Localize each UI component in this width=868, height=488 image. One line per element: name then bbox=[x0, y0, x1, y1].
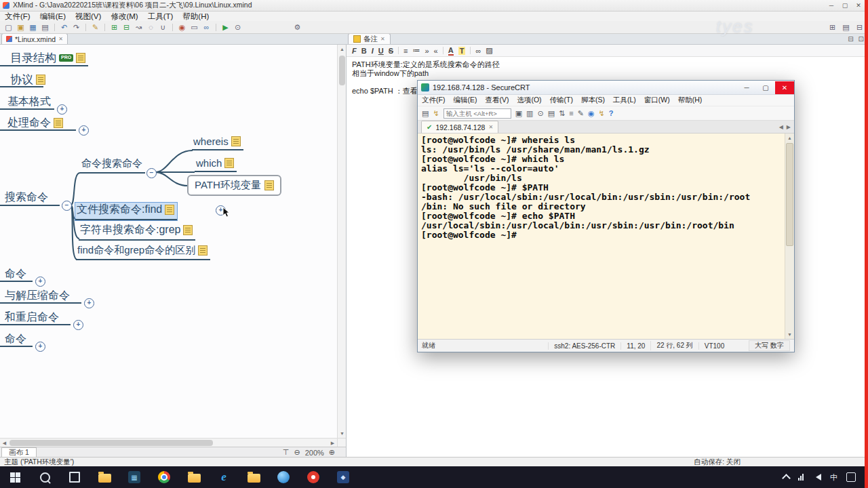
numbered-list-icon[interactable]: ≔ bbox=[412, 46, 420, 55]
maximize-view-icon[interactable]: ⊡ bbox=[859, 35, 864, 43]
sheet-tab[interactable]: 画布 1 bbox=[1, 447, 37, 458]
menu-help[interactable]: 帮助(H) bbox=[178, 12, 214, 22]
document-tab[interactable]: *Linux.xmind ✕ bbox=[1, 33, 68, 44]
boundary-icon[interactable]: ◌ bbox=[146, 24, 155, 31]
taskbar-app-edge[interactable]: e bbox=[209, 466, 239, 488]
terminal-scrollbar[interactable]: ▲ ▼ bbox=[785, 134, 794, 339]
session-tab-close-icon[interactable]: ✕ bbox=[488, 124, 493, 130]
mindmap-node-which[interactable]: which bbox=[195, 157, 237, 172]
help-icon[interactable]: ? bbox=[609, 109, 614, 117]
taskbar-app-recorder[interactable] bbox=[298, 466, 328, 488]
note-icon[interactable] bbox=[224, 158, 234, 168]
highlight-icon[interactable]: T bbox=[458, 47, 466, 55]
taskbar-app-chrome[interactable] bbox=[149, 466, 179, 488]
crt-menu-options[interactable]: 选项(O) bbox=[513, 96, 545, 105]
crt-menu-file[interactable]: 文件(F) bbox=[418, 96, 449, 105]
note-icon[interactable] bbox=[183, 225, 193, 235]
perspective-grid-icon[interactable]: ⊞ bbox=[828, 24, 837, 31]
task-view-button[interactable] bbox=[60, 466, 90, 488]
mindmap-node-compress-command[interactable]: 与解压缩命令 bbox=[3, 289, 73, 305]
hidden-icons-chevron-icon[interactable] bbox=[782, 474, 791, 483]
session-tab[interactable]: ✔ 192.168.74.128 ✕ bbox=[421, 121, 498, 133]
horizontal-scroll-thumb[interactable] bbox=[9, 440, 213, 446]
host-input[interactable] bbox=[443, 108, 511, 119]
transfer-icon[interactable]: ⇅ bbox=[559, 109, 565, 118]
note-icon[interactable] bbox=[76, 53, 85, 63]
new-icon[interactable]: ▢ bbox=[4, 24, 13, 31]
italic-icon[interactable]: I bbox=[372, 47, 374, 55]
mindmap-node-basic-format[interactable]: 基本格式 bbox=[6, 95, 54, 111]
collapse-icon[interactable]: − bbox=[62, 201, 72, 211]
crt-menu-help[interactable]: 帮助(H) bbox=[674, 96, 707, 105]
securecrt-minimize-button[interactable]: ─ bbox=[737, 81, 756, 94]
canvas-horizontal-scrollbar[interactable]: ◀ ▶ bbox=[0, 438, 337, 447]
open-icon[interactable]: ▣ bbox=[16, 24, 25, 31]
underline-icon[interactable]: U bbox=[378, 47, 384, 55]
session-manager-icon[interactable]: ▤ bbox=[422, 109, 429, 118]
minimize-view-icon[interactable]: ⊟ bbox=[848, 35, 853, 43]
settings-gear-icon[interactable]: ⚙ bbox=[293, 24, 302, 31]
taskbar-app-folder[interactable] bbox=[179, 466, 209, 488]
outdent-icon[interactable]: « bbox=[434, 47, 438, 55]
menu-edit[interactable]: 编辑(E) bbox=[35, 12, 71, 22]
mindmap-node-whereis[interactable]: whereis bbox=[192, 136, 243, 150]
pointer-tool-icon[interactable]: ⊤ bbox=[283, 448, 290, 457]
xmind-minimize-button[interactable]: ─ bbox=[825, 2, 838, 9]
mindmap-node-command-2[interactable]: 命令 bbox=[3, 332, 29, 348]
menu-file[interactable]: 文件(F) bbox=[0, 12, 35, 22]
align-icon[interactable]: ≡ bbox=[403, 47, 408, 55]
print-icon[interactable]: ▤ bbox=[548, 109, 555, 118]
redo-icon[interactable]: ↷ bbox=[72, 24, 81, 31]
terminal-area[interactable]: [root@wolfcode ~]# whereis ls ls: /usr/b… bbox=[418, 134, 794, 339]
undo-icon[interactable]: ↶ bbox=[60, 24, 68, 31]
print-icon[interactable]: ▤ bbox=[41, 24, 50, 31]
securecrt-close-button[interactable]: ✕ bbox=[775, 81, 794, 94]
menu-modify[interactable]: 修改(M) bbox=[106, 12, 142, 22]
hyperlink-icon[interactable]: ∞ bbox=[202, 24, 211, 31]
strikethrough-icon[interactable]: S bbox=[389, 47, 393, 55]
mindmap-node-path-env-selected[interactable]: PATH环境变量 bbox=[187, 175, 281, 196]
lock-icon[interactable]: ◉ bbox=[588, 109, 595, 118]
expand-icon[interactable]: + bbox=[35, 277, 45, 287]
action-center-icon[interactable] bbox=[846, 472, 856, 482]
expand-icon[interactable]: + bbox=[35, 342, 45, 352]
image-icon[interactable]: ▨ bbox=[486, 46, 492, 55]
tab-close-icon[interactable]: ✕ bbox=[58, 36, 63, 42]
network-icon[interactable] bbox=[798, 474, 804, 481]
securecrt-titlebar[interactable]: 192.168.74.128 - SecureCRT ─ ▢ ✕ bbox=[418, 81, 794, 95]
mindmap-node-protocol[interactable]: 协议 bbox=[9, 72, 48, 89]
quick-connect-icon[interactable]: ↯ bbox=[433, 109, 439, 118]
scroll-up-icon[interactable]: ▲ bbox=[785, 134, 794, 142]
script-icon[interactable]: ✎ bbox=[578, 109, 584, 118]
input-method-indicator[interactable]: 中 bbox=[830, 472, 837, 483]
copy-icon[interactable]: ▣ bbox=[515, 109, 522, 118]
mindmap-node-search-command[interactable]: 搜索命令 bbox=[3, 190, 51, 207]
marker-icon[interactable]: ◉ bbox=[178, 24, 186, 31]
canvas-vertical-scrollbar[interactable]: ▲ ▼ bbox=[337, 45, 347, 438]
minimize-panel-icon[interactable]: ⊟ bbox=[855, 24, 864, 31]
xmind-maximize-button[interactable]: ▢ bbox=[838, 2, 852, 9]
zoom-out-button[interactable]: ⊖ bbox=[294, 448, 300, 457]
insert-topic-icon[interactable]: ⊞ bbox=[110, 24, 119, 31]
tab-scroll-right-icon[interactable]: ▶ bbox=[787, 124, 791, 130]
save-icon[interactable]: ▦ bbox=[28, 24, 37, 31]
present-icon[interactable]: ▶ bbox=[221, 24, 230, 31]
securecrt-maximize-button[interactable]: ▢ bbox=[756, 81, 775, 94]
start-button[interactable] bbox=[0, 466, 30, 488]
crt-menu-view[interactable]: 查看(V) bbox=[481, 96, 513, 105]
mindmap-node-process-command[interactable]: 处理命令 bbox=[6, 116, 66, 132]
mindmap-node-restart-command[interactable]: 和重启命令 bbox=[3, 310, 62, 327]
notes-tab-close-icon[interactable]: ✕ bbox=[380, 36, 385, 42]
mindmap-node-directory-structure[interactable]: 目录结构 PRO bbox=[9, 50, 88, 68]
summary-icon[interactable]: ∪ bbox=[159, 24, 167, 31]
note-icon[interactable] bbox=[36, 75, 45, 85]
crt-menu-edit[interactable]: 编辑(E) bbox=[449, 96, 481, 105]
zoom-in-button[interactable]: ⊕ bbox=[329, 448, 335, 457]
relationship-icon[interactable]: ↝ bbox=[134, 24, 143, 31]
taskbar-app-browser[interactable] bbox=[269, 466, 298, 488]
volume-icon[interactable] bbox=[812, 474, 821, 481]
expand-icon[interactable]: + bbox=[79, 125, 89, 136]
mindmap-canvas[interactable]: 目录结构 PRO 协议 基本格式 处理命令 搜索命令 命令 与解压缩命令 和重启… bbox=[0, 45, 337, 438]
hyperlink-icon[interactable]: ∞ bbox=[475, 47, 481, 55]
perspective-rows-icon[interactable]: ▤ bbox=[842, 24, 850, 31]
